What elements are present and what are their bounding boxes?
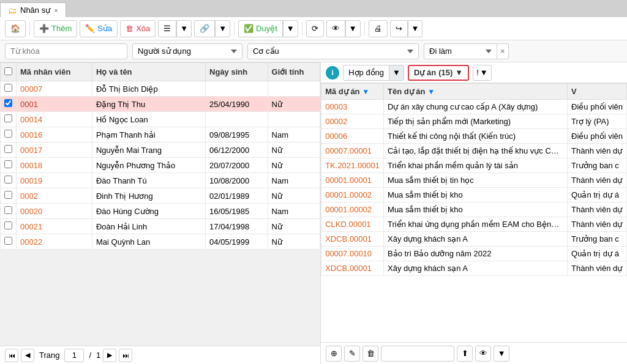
project-row[interactable]: 00002 Tiếp thị sản phẩm mới (Marketing) …	[321, 114, 627, 129]
project-role: Quản trị dự á	[568, 247, 627, 261]
project-row[interactable]: 00007.00001 Cải tạo, lắp đặt thiết bị đi…	[321, 144, 627, 158]
keyword-input[interactable]	[5, 43, 127, 59]
table-row[interactable]: 00016 Phạm Thanh hải 09/08/1995 Nam	[1, 127, 320, 143]
row-checkbox[interactable]	[4, 130, 12, 138]
table-row[interactable]: 00007 Đỗ Thị Bích Diệp	[1, 81, 320, 97]
project-row[interactable]: 00001.00002 Mua sắm thiết bị kho Quản tr…	[321, 188, 627, 202]
project-row[interactable]: 00007.00010 Bảo trì Bảo dưỡng năm 2022 Q…	[321, 247, 627, 261]
row-checkbox-cell[interactable]	[1, 81, 17, 97]
row-checkbox[interactable]	[4, 176, 12, 184]
row-checkbox[interactable]	[4, 221, 12, 229]
xoa-button[interactable]: 🗑 Xóa	[120, 20, 156, 37]
project-row[interactable]: 00001.00002 Mua sắm thiết bị kho Thành v…	[321, 202, 627, 217]
row-checkbox-cell[interactable]	[1, 112, 17, 127]
table-row[interactable]: 0001 Đặng Thị Thu 25/04/1990 Nữ	[1, 97, 320, 112]
project-row[interactable]: 00001.00001 Mua sắm thiết bị tin học Thà…	[321, 173, 627, 188]
tab-close-btn[interactable]: ×	[54, 7, 58, 14]
sua-button[interactable]: ✏️ Sửa	[80, 20, 118, 37]
employee-id: 00022	[17, 234, 92, 250]
row-checkbox-cell[interactable]	[1, 204, 17, 219]
table-row[interactable]: 00022 Mai Quỳnh Lan 04/05/1999 Nữ	[1, 234, 320, 250]
table-row[interactable]: 00017 Nguyễn Mai Trang 06/12/2000 Nữ	[1, 143, 320, 158]
home-button[interactable]: 🏠	[5, 20, 26, 37]
project-search-input[interactable]	[381, 346, 454, 362]
export-dropdown-button[interactable]: ▼	[408, 20, 423, 37]
row-checkbox-cell[interactable]	[1, 188, 17, 204]
table-row[interactable]: 00019 Đào Thanh Tú 10/08/2000 Nam	[1, 173, 320, 188]
sort-button[interactable]: ! ▼	[473, 65, 492, 81]
menu-dropdown-button[interactable]: ▼	[176, 20, 192, 37]
project-role: Trưởng ban c	[568, 158, 627, 173]
row-checkbox[interactable]	[4, 84, 12, 92]
row-checkbox-cell[interactable]	[1, 158, 17, 173]
hop-dong-combo[interactable]: Hợp đồng ▼	[343, 65, 404, 81]
select-all-checkbox[interactable]	[4, 67, 12, 75]
row-checkbox-cell[interactable]	[1, 234, 17, 250]
row-checkbox[interactable]	[4, 145, 12, 153]
projects-table-container[interactable]: Mã dự án ▼ Tên dự án ▼ V 00003 Dự án xây…	[321, 83, 627, 342]
project-row[interactable]: 00006 Thiết kế thi công nội thất (Kiến t…	[321, 129, 627, 144]
last-page-btn[interactable]: ⏭	[119, 349, 132, 362]
project-row[interactable]: XDCB.00001 Xây dựng khách sạn A Trưởng b…	[321, 232, 627, 247]
link-button[interactable]: 🔗	[194, 20, 215, 37]
eye-button[interactable]: 👁	[326, 20, 345, 37]
row-checkbox[interactable]	[4, 191, 12, 199]
project-row[interactable]: 00003 Dự án xây chung cư cao cấp A (Xây …	[321, 100, 627, 114]
row-checkbox-cell[interactable]	[1, 219, 17, 234]
project-code: 00007.00010	[321, 247, 384, 261]
export-button[interactable]: ↪	[390, 20, 408, 37]
row-checkbox[interactable]	[4, 160, 12, 168]
status-select[interactable]: Đi làm	[424, 43, 497, 59]
row-checkbox[interactable]	[4, 237, 12, 245]
print-button[interactable]: 🖨	[369, 20, 388, 37]
delete-project-button[interactable]: 🗑	[362, 346, 378, 362]
row-checkbox[interactable]	[4, 99, 12, 107]
next-page-btn[interactable]: ▶	[103, 349, 116, 362]
structure-select[interactable]: Cơ cấu	[247, 43, 419, 59]
link-icon: 🔗	[200, 24, 209, 33]
first-page-btn[interactable]: ⏮	[5, 349, 18, 362]
row-checkbox-cell[interactable]	[1, 127, 17, 143]
menu-button[interactable]: ☰	[158, 20, 176, 37]
add-project-button[interactable]: ⊕	[326, 346, 342, 362]
upload-button[interactable]: ⬆	[457, 346, 473, 362]
table-row[interactable]: 00020 Đào Hùng Cường 16/05/1985 Nam	[1, 204, 320, 219]
employee-gender: Nữ	[268, 143, 320, 158]
view-project-button[interactable]: 👁	[475, 346, 491, 362]
employee-id: 00018	[17, 158, 92, 173]
project-row[interactable]: XDCB.00001 Xây dựng khách sạn A Thành vi…	[321, 261, 627, 276]
table-row[interactable]: 00018 Nguyễn Phương Thảo 20/07/2000 Nữ	[1, 158, 320, 173]
user-select[interactable]: Người sử dụng	[132, 43, 242, 59]
row-checkbox-cell[interactable]	[1, 143, 17, 158]
col-gioi-tinh: Giới tính	[268, 63, 320, 81]
eye-dropdown-button[interactable]: ▼	[345, 20, 361, 37]
nhan-su-tab[interactable]: 🗂 Nhân sự ×	[0, 2, 66, 17]
hop-dong-dropdown[interactable]: ▼	[389, 65, 404, 80]
more-actions-button[interactable]: ▼	[494, 346, 509, 362]
edit-project-button[interactable]: ✎	[344, 346, 360, 362]
row-checkbox[interactable]	[4, 206, 12, 214]
table-row[interactable]: 00021 Đoàn Hải Linh 17/04/1998 Nữ	[1, 219, 320, 234]
link-dropdown-button[interactable]: ▼	[215, 20, 230, 37]
refresh-button[interactable]: ⟳	[306, 20, 324, 37]
projects-header: Mã dự án ▼ Tên dự án ▼ V	[321, 84, 627, 100]
du-an-button[interactable]: Dự án (15) ▼	[408, 65, 469, 81]
project-row[interactable]: CLKD.00001 Triển khai ứng dụng phần mềm …	[321, 217, 627, 232]
employees-table-container[interactable]: Mã nhân viên Họ và tên Ngày sinh Giới tí…	[0, 62, 320, 346]
duyet-button[interactable]: ✅ Duyệt	[238, 20, 283, 37]
project-row[interactable]: TK.2021.00001 Triển khai phần mềm quản l…	[321, 158, 627, 173]
duyet-dropdown-button[interactable]: ▼	[283, 20, 298, 37]
row-checkbox[interactable]	[4, 114, 12, 122]
ma-du-an-filter-icon[interactable]: ▼	[362, 87, 369, 96]
table-row[interactable]: 00014 Hồ Ngọc Loan	[1, 112, 320, 127]
them-button[interactable]: ➕ Thêm	[34, 20, 77, 37]
table-row[interactable]: 0002 Đinh Thị Hương 02/01/1989 Nữ	[1, 188, 320, 204]
status-clear-button[interactable]: ×	[497, 43, 509, 59]
page-number-input[interactable]	[64, 349, 84, 362]
select-all-header[interactable]	[1, 63, 17, 81]
ten-du-an-filter-icon[interactable]: ▼	[427, 87, 435, 96]
prev-page-btn[interactable]: ◀	[21, 349, 34, 362]
row-checkbox-cell[interactable]	[1, 97, 17, 112]
row-checkbox-cell[interactable]	[1, 173, 17, 188]
info-button[interactable]: i	[326, 66, 339, 80]
